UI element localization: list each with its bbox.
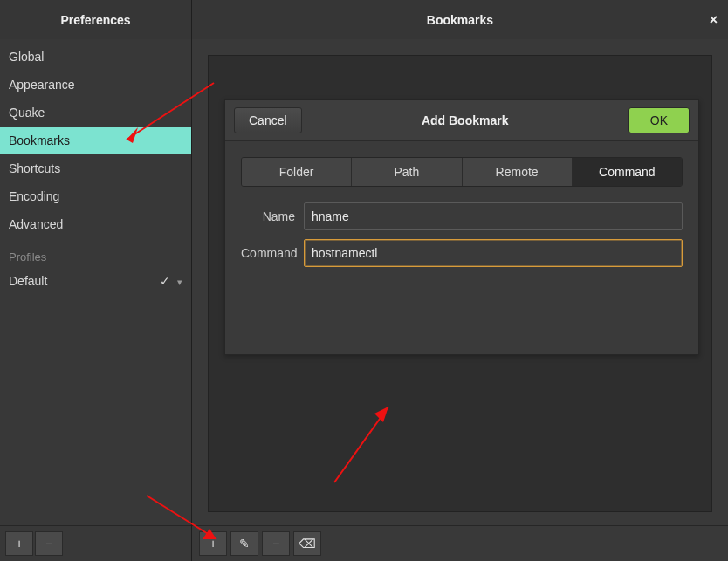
ok-button[interactable]: OK: [628, 107, 690, 133]
profile-name: Default: [9, 274, 153, 288]
sidebar-item-appearance[interactable]: Appearance: [0, 71, 191, 99]
sidebar-item-bookmarks[interactable]: Bookmarks: [0, 127, 191, 154]
command-label: Command: [241, 246, 304, 260]
tab-folder[interactable]: Folder: [242, 158, 352, 186]
add-profile-button[interactable]: +: [5, 531, 33, 556]
command-input[interactable]: [304, 239, 683, 267]
main-area: Cancel Add Bookmark OK Folder Path Remot…: [192, 39, 728, 561]
name-input[interactable]: [304, 202, 683, 230]
check-icon: ✓: [160, 274, 170, 288]
add-bookmark-button[interactable]: +: [199, 531, 227, 556]
edit-icon: ✎: [239, 537, 250, 551]
sidebar-footer: + −: [0, 525, 191, 561]
sidebar-item-shortcuts[interactable]: Shortcuts: [0, 154, 191, 182]
sidebar-title: Preferences: [0, 0, 192, 39]
tab-remote[interactable]: Remote: [463, 158, 573, 186]
bookmark-type-tabs: Folder Path Remote Command: [241, 157, 683, 187]
remove-profile-button[interactable]: −: [35, 531, 63, 556]
dialog-title: Add Bookmark: [302, 113, 628, 127]
chevron-down-icon[interactable]: ▾: [177, 277, 182, 288]
minus-icon: −: [272, 537, 279, 551]
cancel-button[interactable]: Cancel: [234, 107, 302, 133]
profiles-heading: Profiles: [0, 238, 191, 269]
sidebar-item-encoding[interactable]: Encoding: [0, 182, 191, 210]
bookmarks-panel: Cancel Add Bookmark OK Folder Path Remot…: [208, 55, 712, 512]
sidebar: Global Appearance Quake Bookmarks Shortc…: [0, 39, 192, 561]
tab-path[interactable]: Path: [352, 158, 462, 186]
clear-icon: ⌫: [299, 537, 316, 551]
clear-bookmark-button[interactable]: ⌫: [293, 531, 321, 556]
remove-bookmark-button[interactable]: −: [262, 531, 290, 556]
add-bookmark-dialog: Cancel Add Bookmark OK Folder Path Remot…: [224, 99, 699, 355]
sidebar-item-global[interactable]: Global: [0, 43, 191, 71]
plus-icon: +: [209, 537, 216, 551]
bookmarks-toolbar: + ✎ − ⌫: [192, 525, 728, 561]
minus-icon: −: [45, 537, 52, 551]
sidebar-item-quake[interactable]: Quake: [0, 99, 191, 127]
tab-command[interactable]: Command: [573, 158, 682, 186]
sidebar-item-advanced[interactable]: Advanced: [0, 210, 191, 238]
edit-bookmark-button[interactable]: ✎: [230, 531, 258, 556]
name-label: Name: [241, 209, 304, 223]
plus-icon: +: [16, 537, 23, 551]
close-button[interactable]: ×: [710, 0, 718, 39]
profile-row-default[interactable]: Default ✓ ▾: [0, 269, 191, 293]
page-title: Bookmarks: [427, 13, 493, 27]
